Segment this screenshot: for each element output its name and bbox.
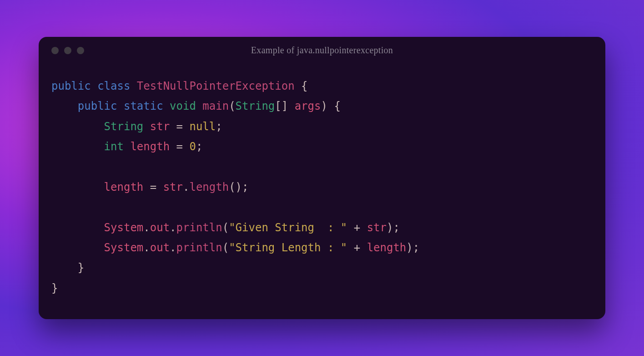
code-token: null xyxy=(189,120,216,133)
code-token xyxy=(170,120,176,133)
code-line: String str = null; xyxy=(51,117,593,137)
code-token: String xyxy=(236,100,275,112)
code-token: "String Length : " xyxy=(229,241,347,254)
code-token xyxy=(130,80,136,92)
code-token xyxy=(183,120,189,133)
code-token: public xyxy=(78,100,117,112)
code-token xyxy=(347,241,353,254)
code-token: + xyxy=(354,241,360,254)
code-token xyxy=(295,80,301,92)
code-token: ( xyxy=(222,221,229,234)
code-token xyxy=(51,221,104,234)
code-token: ; xyxy=(393,221,399,234)
code-token: ( xyxy=(222,241,229,254)
code-token: length xyxy=(189,181,229,193)
code-token: () xyxy=(229,181,242,193)
code-token: System xyxy=(104,241,144,254)
code-line xyxy=(51,197,593,217)
code-token xyxy=(156,181,163,193)
code-line: } xyxy=(51,258,593,278)
code-token xyxy=(51,120,104,133)
code-line: length = str.length(); xyxy=(51,177,593,197)
code-token: System xyxy=(104,221,144,234)
code-token: { xyxy=(334,100,340,112)
code-token: = xyxy=(176,140,183,153)
code-token: void xyxy=(170,100,196,112)
code-token: out xyxy=(150,221,170,234)
code-token: + xyxy=(354,221,360,234)
minimize-icon[interactable] xyxy=(64,47,71,54)
window-controls xyxy=(51,47,84,54)
code-token xyxy=(143,181,150,193)
code-token: public xyxy=(51,80,91,92)
code-token: TestNullPointerException xyxy=(137,80,295,92)
code-line: System.out.println("String Length : " + … xyxy=(51,238,593,258)
code-token: args xyxy=(295,100,321,112)
code-token: str xyxy=(163,181,183,193)
code-token: int xyxy=(104,140,124,153)
code-token: . xyxy=(183,181,189,193)
code-token: "Given String : " xyxy=(229,221,347,234)
code-line: public class TestNullPointerException { xyxy=(51,76,593,96)
code-token xyxy=(51,140,104,153)
code-token xyxy=(196,100,202,112)
code-token: ) xyxy=(406,241,413,254)
code-token xyxy=(360,241,367,254)
code-token: ; xyxy=(413,241,419,254)
code-token: } xyxy=(78,261,84,274)
code-token: static xyxy=(124,100,163,112)
code-token xyxy=(51,100,78,112)
code-token xyxy=(163,100,170,112)
code-token xyxy=(360,221,367,234)
code-token xyxy=(124,140,130,153)
code-token: = xyxy=(176,120,183,133)
code-token xyxy=(288,100,294,112)
code-token: . xyxy=(143,221,150,234)
code-token: str xyxy=(150,120,170,133)
window-title: Example of java.nullpointerexception xyxy=(251,45,393,56)
code-token: println xyxy=(176,241,222,254)
code-line: public static void main(String[] args) { xyxy=(51,96,593,116)
code-token: } xyxy=(51,282,58,295)
code-token: ) xyxy=(321,100,327,112)
code-token: 0 xyxy=(189,140,196,153)
code-line: int length = 0; xyxy=(51,137,593,157)
code-token: str xyxy=(367,221,387,234)
code-token xyxy=(143,120,150,133)
code-token xyxy=(51,181,104,193)
code-token xyxy=(51,261,78,274)
code-token: ; xyxy=(216,120,222,133)
code-token xyxy=(91,80,97,92)
code-block: public class TestNullPointerException { … xyxy=(39,58,605,303)
code-token: String xyxy=(104,120,144,133)
titlebar: Example of java.nullpointerexception xyxy=(39,37,605,58)
code-window: Example of java.nullpointerexception pub… xyxy=(39,37,605,319)
code-token: out xyxy=(150,241,170,254)
code-token xyxy=(183,140,189,153)
code-token: ( xyxy=(229,100,235,112)
code-line: System.out.println("Given String : " + s… xyxy=(51,218,593,238)
code-token: length xyxy=(104,181,144,193)
code-token xyxy=(170,140,176,153)
code-token: = xyxy=(150,181,156,193)
code-token: println xyxy=(176,221,222,234)
code-line: } xyxy=(51,278,593,298)
code-token xyxy=(327,100,334,112)
code-line xyxy=(51,157,593,177)
code-token: length xyxy=(367,241,407,254)
code-token: ; xyxy=(196,140,202,153)
code-token xyxy=(117,100,124,112)
code-token: . xyxy=(170,221,176,234)
code-token xyxy=(347,221,353,234)
code-token: main xyxy=(202,100,229,112)
code-token: ; xyxy=(242,181,248,193)
code-token: [] xyxy=(275,100,288,112)
code-token: length xyxy=(130,140,170,153)
code-token: . xyxy=(170,241,176,254)
code-token: class xyxy=(97,80,130,92)
maximize-icon[interactable] xyxy=(77,47,84,54)
code-token: ) xyxy=(387,221,393,234)
code-token: . xyxy=(143,241,150,254)
close-icon[interactable] xyxy=(51,47,59,54)
code-token xyxy=(51,241,104,254)
